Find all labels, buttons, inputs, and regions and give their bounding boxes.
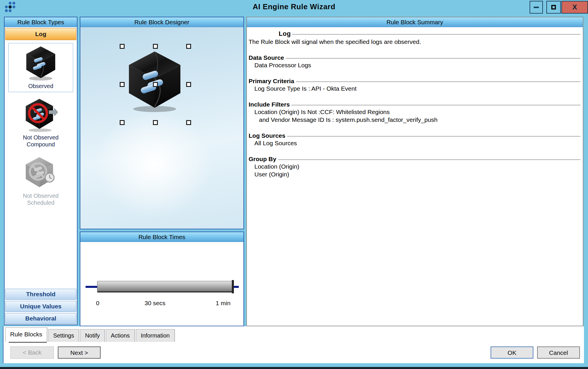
- list-item-not-observed-scheduled[interactable]: Not Observed Scheduled: [8, 154, 73, 209]
- list-item-not-observed-compound[interactable]: Not Observed Compound: [8, 96, 73, 150]
- ok-button[interactable]: OK: [491, 346, 533, 359]
- divider: [292, 34, 580, 35]
- selection-handle[interactable]: [186, 120, 191, 125]
- tab-information[interactable]: Information: [136, 329, 175, 342]
- selection-handle[interactable]: [153, 120, 158, 125]
- close-button[interactable]: X: [561, 1, 588, 14]
- section-heading: Data Source: [249, 54, 286, 61]
- not-observed-compound-icon: [23, 98, 58, 132]
- divider: [287, 136, 580, 137]
- threshold-type-button[interactable]: Threshold: [5, 289, 76, 300]
- minimize-button[interactable]: [530, 1, 543, 14]
- tick-label-1min: 1 min: [216, 300, 230, 307]
- times-body: 0 30 secs 1 min: [80, 242, 243, 326]
- selection-handle[interactable]: [153, 82, 158, 87]
- section-value: Location (Origin): [249, 163, 580, 170]
- time-slider-bar[interactable]: [97, 281, 234, 292]
- selection-handle[interactable]: [186, 82, 191, 87]
- designer-canvas[interactable]: [80, 27, 243, 229]
- section-value: User (Origin): [249, 170, 580, 178]
- rule-block-times-header: Rule Block Times: [80, 232, 243, 242]
- rule-block-types-panel: Rule Block Types Log: [4, 17, 77, 325]
- titlebar: AI Engine Rule Wizard X: [0, 0, 588, 14]
- maximize-icon: [551, 5, 556, 10]
- observed-cube-icon: [23, 45, 58, 81]
- designer-cube-icon[interactable]: [124, 49, 185, 113]
- divider: [286, 58, 580, 59]
- time-slider-handle[interactable]: [232, 280, 234, 293]
- selection-handle[interactable]: [120, 82, 125, 87]
- wizard-tab-strip: Rule Blocks Settings Notify Actions Info…: [5, 327, 176, 342]
- ai-engine-rule-wizard-window: AI Engine Rule Wizard X Rule Block Types…: [0, 0, 588, 369]
- tab-rule-blocks[interactable]: Rule Blocks: [5, 327, 47, 342]
- section-heading: Include Filters: [249, 101, 291, 108]
- list-item-observed[interactable]: Observed: [8, 43, 73, 92]
- section-value: All Log Sources: [249, 139, 580, 147]
- divider: [296, 81, 580, 82]
- section-value: Data Processor Logs: [249, 61, 580, 69]
- section-value: Log Source Type Is : API - Okta Event: [249, 85, 580, 92]
- list-item-label: Observed: [10, 83, 72, 90]
- tab-notify[interactable]: Notify: [80, 329, 105, 342]
- screen-edge: [0, 367, 588, 369]
- divider: [291, 105, 580, 105]
- maximize-button[interactable]: [546, 1, 561, 14]
- tab-settings[interactable]: Settings: [48, 329, 79, 342]
- next-button[interactable]: Next >: [58, 346, 101, 359]
- selection-handle[interactable]: [186, 44, 191, 49]
- list-item-label: Not Observed Scheduled: [10, 192, 72, 206]
- divider: [278, 159, 580, 160]
- summary-description: The Rule Block will signal when the spec…: [249, 38, 580, 46]
- list-item-label: Not Observed Compound: [10, 134, 72, 148]
- rule-block-designer-header: Rule Block Designer: [80, 17, 243, 27]
- unique-values-type-button[interactable]: Unique Values: [5, 301, 76, 312]
- tick-label-30secs: 30 secs: [145, 300, 165, 307]
- tab-actions[interactable]: Actions: [106, 329, 135, 342]
- window-title: AI Engine Rule Wizard: [0, 2, 588, 11]
- log-type-button[interactable]: Log: [5, 28, 76, 40]
- cancel-button[interactable]: Cancel: [537, 346, 580, 359]
- selection-handle[interactable]: [153, 44, 158, 49]
- active-tab-underline: [9, 342, 47, 343]
- rule-block-summary-header: Rule Block Summary: [247, 17, 583, 27]
- tick-label-0: 0: [96, 300, 99, 307]
- minimize-icon: [534, 7, 539, 8]
- back-button[interactable]: < Back: [10, 346, 54, 359]
- selection-handle[interactable]: [120, 44, 125, 49]
- behavioral-type-button[interactable]: Behavioral: [5, 313, 76, 324]
- section-heading: Primary Criteria: [249, 78, 296, 85]
- not-observed-scheduled-icon: [23, 156, 58, 191]
- window-bottom-border: [0, 363, 588, 367]
- section-heading: Log Sources: [249, 132, 287, 139]
- section-value: Location (Origin) Is Not :CCF: Whitelist…: [249, 108, 580, 116]
- rule-block-summary-panel: Rule Block Summary Log The Rule Block wi…: [246, 17, 583, 326]
- divider: [3, 326, 3, 363]
- rule-block-times-panel: Rule Block Times 0 30 secs 1 min: [80, 232, 244, 326]
- summary-body: Log The Rule Block will signal when the …: [247, 27, 583, 326]
- section-heading: Group By: [249, 156, 278, 163]
- selection-handle[interactable]: [120, 120, 125, 125]
- section-value: and Vendor Message ID Is : system.push.s…: [249, 116, 580, 124]
- rule-block-types-header: Rule Block Types: [5, 17, 77, 27]
- rule-block-designer-panel: Rule Block Designer: [80, 17, 244, 229]
- rule-block-type-list: Observed Not O: [5, 41, 77, 288]
- summary-title: Log: [279, 30, 292, 38]
